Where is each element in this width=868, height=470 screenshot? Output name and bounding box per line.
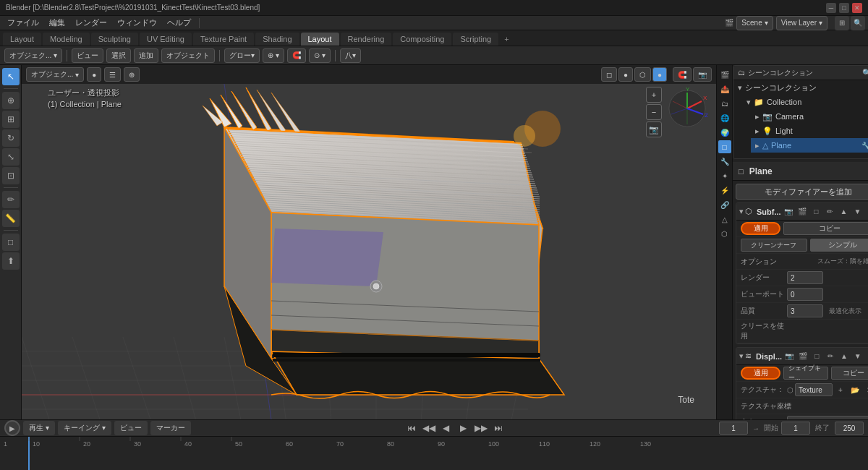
- outliner-light[interactable]: ▸ 💡 Light 🌙: [751, 124, 868, 138]
- minimize-btn[interactable]: ─: [826, 3, 836, 13]
- viewport-overlay-btn[interactable]: ☰: [104, 67, 121, 82]
- start-frame[interactable]: 1: [781, 422, 810, 435]
- outliner-camera[interactable]: ▸ 📷 Camera 🌙: [751, 109, 868, 124]
- constraints-props-btn[interactable]: 🔗: [718, 198, 731, 211]
- shading-solid-btn[interactable]: ●: [618, 67, 633, 82]
- mod2-render-icon[interactable]: 🎬: [797, 350, 809, 363]
- tab-modeling[interactable]: Modeling: [43, 33, 90, 46]
- zoom-in-btn[interactable]: +: [646, 87, 662, 103]
- end-frame[interactable]: 250: [835, 422, 864, 435]
- move-tool[interactable]: ⊞: [2, 111, 20, 128]
- mod1-expand-icon[interactable]: ▾: [739, 207, 744, 216]
- add-cube-tool[interactable]: □: [2, 234, 20, 251]
- object-menu[interactable]: オブジェクト: [161, 48, 215, 63]
- viewport-shading-solid[interactable]: ●: [87, 67, 101, 82]
- menu-item-window[interactable]: ウィンドウ: [113, 16, 161, 30]
- mod1-catmull-btn[interactable]: クリーンナーフ: [741, 239, 807, 252]
- mod1-close-icon[interactable]: ✕: [865, 205, 868, 218]
- next-keyframe-btn[interactable]: ▶▶: [474, 421, 488, 435]
- zoom-out-btn[interactable]: −: [646, 104, 662, 120]
- close-btn[interactable]: ✕: [852, 3, 862, 13]
- outliner-collection[interactable]: ▾ 📁 Collection: [742, 95, 868, 109]
- shading-wire-btn[interactable]: ◻: [601, 67, 617, 82]
- playback-tab[interactable]: 再生 ▾: [23, 421, 55, 435]
- view-layer-selector[interactable]: View Layer ▾: [776, 16, 827, 30]
- mod2-new-tex-btn[interactable]: +: [834, 383, 847, 396]
- search-btn[interactable]: 🔍: [851, 16, 865, 30]
- mod2-open-tex-btn[interactable]: 📂: [848, 383, 861, 396]
- mod2-down-icon[interactable]: ▼: [851, 350, 864, 363]
- mod2-up-icon[interactable]: ▲: [838, 350, 850, 363]
- snap-btn[interactable]: 🧲: [287, 48, 306, 63]
- viewport-mode-selector[interactable]: オブジェク... ▾: [26, 67, 84, 82]
- extrude-tool[interactable]: ⬆: [2, 252, 20, 270]
- render-toggle[interactable]: 📷: [693, 67, 712, 82]
- mod2-camera-icon[interactable]: 📷: [783, 350, 796, 363]
- mod1-camera-icon[interactable]: 📷: [783, 205, 795, 218]
- mod2-close-icon[interactable]: ✕: [865, 350, 868, 363]
- transform-selector[interactable]: グロー▾: [224, 48, 260, 63]
- menu-item-render[interactable]: レンダー: [71, 16, 111, 30]
- cursor-tool[interactable]: ⊕: [2, 92, 20, 109]
- mod1-down-icon[interactable]: ▼: [851, 205, 864, 218]
- shading-lookdev-btn[interactable]: ⬡: [634, 67, 651, 82]
- outliner-plane[interactable]: ▸ △ Plane 🔧 👁: [751, 138, 868, 153]
- proportional-btn[interactable]: ⊙ ▾: [309, 48, 331, 63]
- mod1-quality-value[interactable]: 3: [787, 304, 823, 317]
- mode-selector[interactable]: オブジェク... ▾: [4, 48, 62, 63]
- anim-view-tab[interactable]: ビュー: [114, 421, 148, 435]
- shading-render-btn[interactable]: ●: [652, 67, 667, 82]
- select-menu[interactable]: 選択: [106, 48, 131, 63]
- num-selector[interactable]: 八▾: [340, 48, 361, 63]
- current-frame[interactable]: 1: [719, 422, 748, 435]
- annotate-tool[interactable]: ✏: [2, 191, 20, 208]
- mod1-up-icon[interactable]: ▲: [838, 205, 850, 218]
- tab-rendering[interactable]: Rendering: [341, 33, 392, 46]
- object-props-btn[interactable]: □: [718, 140, 731, 153]
- jump-start-btn[interactable]: ⏮: [404, 421, 419, 435]
- scale-tool[interactable]: ⤡: [2, 148, 20, 166]
- mod2-viewport-icon[interactable]: □: [811, 350, 823, 363]
- mod1-render-icon[interactable]: 🎬: [796, 205, 809, 218]
- play-indicator[interactable]: ▶: [4, 420, 20, 436]
- snap-toggle[interactable]: 🧲: [673, 67, 692, 82]
- mod1-simple-btn[interactable]: シンプル: [810, 239, 869, 252]
- view-layer-props-btn[interactable]: 🗂: [718, 97, 731, 110]
- select-tool[interactable]: ↖: [2, 68, 20, 85]
- play-back-btn[interactable]: ◀: [439, 421, 454, 435]
- outliner-filter-btn[interactable]: 🔍: [862, 69, 868, 77]
- jump-end-btn[interactable]: ⏭: [491, 421, 506, 435]
- outliner-scene-collection[interactable]: ▾ シーンコレクション: [733, 80, 868, 95]
- marker-tab[interactable]: マーカー: [150, 421, 191, 435]
- maximize-btn[interactable]: □: [839, 3, 849, 13]
- orientation-widget[interactable]: X Y Z: [665, 87, 709, 130]
- viewport[interactable]: オブジェク... ▾ ● ☰ ⊕ ◻ ● ⬡ ● 🧲 📷 ユーザー・透視投影 (…: [22, 65, 716, 419]
- mod1-viewport-value[interactable]: 0: [787, 288, 823, 301]
- menu-item-help[interactable]: ヘルプ: [163, 16, 195, 30]
- mod2-unlink-tex-btn[interactable]: ✕: [863, 383, 868, 396]
- mod2-copy-btn[interactable]: コピー: [831, 367, 868, 380]
- add-menu[interactable]: 追加: [134, 48, 158, 63]
- mod1-render-value[interactable]: 2: [787, 271, 823, 284]
- tab-sculpting[interactable]: Sculpting: [91, 33, 138, 46]
- menu-item-edit[interactable]: 編集: [45, 16, 69, 30]
- mod1-viewport-icon[interactable]: □: [810, 205, 822, 218]
- world-props-btn[interactable]: 🌍: [718, 126, 731, 139]
- render-props-btn[interactable]: 🎬: [718, 68, 731, 81]
- rotate-tool[interactable]: ↻: [2, 129, 20, 147]
- timeline[interactable]: 1 10 20 30 40 50 60 70 80 90 100 110 120…: [0, 437, 868, 470]
- mod2-edit-icon[interactable]: ✏: [825, 350, 837, 363]
- scene-selector[interactable]: Scene ▾: [736, 16, 773, 30]
- transform-tool[interactable]: ⊡: [2, 167, 20, 184]
- mod1-apply-btn[interactable]: 適用: [741, 222, 780, 235]
- tab-uv-editing[interactable]: UV Editing: [140, 33, 192, 46]
- tab-layout[interactable]: Layout: [3, 33, 41, 46]
- scene-props-btn[interactable]: 🌐: [718, 111, 731, 124]
- physics-props-btn[interactable]: ⚡: [718, 184, 731, 197]
- add-modifier-btn[interactable]: モディファイアーを追加: [736, 184, 868, 200]
- particles-props-btn[interactable]: ✦: [718, 169, 731, 182]
- material-props-btn[interactable]: ⬡: [718, 227, 731, 240]
- mod2-texture-name[interactable]: Texture: [795, 383, 833, 396]
- keying-tab[interactable]: キーイング ▾: [58, 421, 111, 435]
- prev-keyframe-btn[interactable]: ◀◀: [422, 421, 436, 435]
